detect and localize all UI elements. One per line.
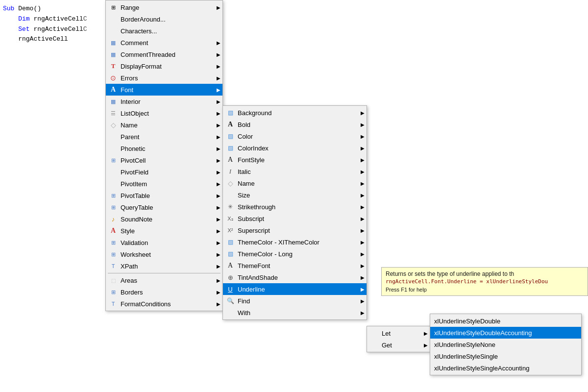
menu-label-soundnote: SoundNote [119, 216, 215, 223]
arrow-icon-df: ▶ [215, 64, 220, 69]
menu2-item-size[interactable]: Size ▶ [223, 189, 367, 201]
menu2-label-fontstyle: FontStyle [236, 156, 359, 164]
menu2-item-background[interactable]: ▧ Background ▶ [223, 107, 367, 119]
menu2-item-tintandshade[interactable]: ⊕ TintAndShade ▶ [223, 271, 367, 283]
menu2-item-italic[interactable]: I Italic ▶ [223, 166, 367, 177]
arrow-icon-ct: ▶ [215, 52, 220, 57]
borders-icon: ⊞ [108, 289, 119, 295]
name-icon: ◇ [108, 121, 119, 129]
menu-label-worksheet: Worksheet [119, 251, 215, 258]
menu-item-name[interactable]: ◇ Name ▶ [106, 119, 222, 131]
arrow2-color: ▶ [359, 134, 365, 139]
menu-label-borderaround: BorderAround... [119, 16, 220, 23]
menu-label-pivotitem: PivotItem [119, 180, 215, 188]
menu2-item-themecolorlong[interactable]: ▧ ThemeColor - Long ▶ [223, 248, 367, 260]
menu-item-errors[interactable]: ⊙ Errors ▶ [106, 72, 222, 84]
arrow-icon-xp: ▶ [215, 264, 220, 269]
querytable-icon: ⊞ [108, 204, 119, 211]
style-icon: A [108, 227, 119, 235]
menu2-item-underline[interactable]: U Underline ▶ [223, 283, 367, 295]
menu-item-listobject[interactable]: ☰ ListObject ▶ [106, 107, 222, 119]
menu2-item-colorindex[interactable]: ▧ ColorIndex ▶ [223, 142, 367, 154]
menu-label-errors: Errors [119, 74, 215, 82]
menu-item-pivottable[interactable]: ⊞ PivotTable ▶ [106, 190, 222, 201]
menu2-label-name: Name [236, 180, 359, 187]
menu4-label-xlsingle: xlUnderlineStyleSingle [432, 353, 579, 360]
italic-icon: I [225, 168, 236, 175]
menu2-label-find: Find [236, 297, 359, 305]
menu4-label-xlsingleaccounting: xlUnderlineStyleSingleAccounting [432, 365, 579, 372]
validation-icon: ⊞ [108, 240, 119, 246]
worksheet-icon: ⊞ [108, 251, 119, 258]
menu-item-commentthreaded[interactable]: ▦ CommentThreaded ▶ [106, 49, 222, 60]
menu2-item-themecolor[interactable]: ▧ ThemeColor - XIThemeColor ▶ [223, 236, 367, 248]
menu4-item-xlnone[interactable]: xlUnderlineStyleNone [430, 339, 581, 350]
menu-item-soundnote[interactable]: ♪ SoundNote ▶ [106, 213, 222, 225]
menu-item-style[interactable]: A Style ▶ [106, 225, 222, 237]
arrow2-with: ▶ [359, 310, 365, 316]
menu-item-pivotcell[interactable]: ⊞ PivotCell ▶ [106, 154, 222, 166]
menu-item-validation[interactable]: ⊞ Validation ▶ [106, 237, 222, 248]
name2-icon: ◇ [225, 179, 236, 187]
menu-item-borders[interactable]: ⊞ Borders ▶ [106, 286, 222, 298]
menu-item-areas[interactable]: ⬚ Areas ▶ [106, 274, 222, 286]
menu-label-querytable: QueryTable [119, 204, 215, 211]
menu4-label-xldouble: xlUnderlineStyleDouble [432, 318, 579, 325]
arrow-icon-qt: ▶ [215, 205, 220, 210]
menu-level2: ▧ Background ▶ A Bold ▶ ▧ Color ▶ ▧ Colo… [222, 105, 367, 320]
menu-item-range[interactable]: ⊞ Range ▶ [106, 1, 222, 13]
menu-item-characters[interactable]: Characters... [106, 25, 222, 37]
menu-item-xpath[interactable]: T XPath ▶ [106, 260, 222, 272]
subscript-icon: X₂ [225, 216, 236, 222]
menu-label-characters: Characters... [119, 27, 220, 35]
arrow2-tas: ▶ [359, 275, 365, 280]
menu-label-style: Style [119, 227, 215, 235]
menu2-label-with: With [236, 309, 359, 317]
menu-item-formatconditions[interactable]: T FormatConditions ▶ [106, 298, 222, 310]
menu-label-phonetic: Phonetic [119, 145, 215, 152]
menu-item-displayformat[interactable]: T DisplayFormat ▶ [106, 60, 222, 72]
menu2-item-strikethrough[interactable]: ✳ Strikethrough ▶ [223, 201, 367, 213]
menu2-label-themefont: ThemeFont [236, 262, 359, 270]
menu3-item-let[interactable]: Let ▶ [367, 327, 430, 339]
menu-item-phonetic[interactable]: Phonetic ▶ [106, 143, 222, 154]
menu4-item-xlsingle[interactable]: xlUnderlineStyleSingle [430, 350, 581, 362]
menu-label-pivotfield: PivotField [119, 169, 215, 176]
menu-label-displayformat: DisplayFormat [119, 63, 215, 70]
menu4-item-xldouble[interactable]: xlUnderlineStyleDouble [430, 315, 581, 327]
pivotcell-icon: ⊞ [108, 157, 119, 164]
menu-item-worksheet[interactable]: ⊞ Worksheet ▶ [106, 248, 222, 260]
menu4-item-xlsingleaccounting[interactable]: xlUnderlineStyleSingleAccounting [430, 362, 581, 374]
menu-item-pivotitem[interactable]: PivotItem ▶ [106, 178, 222, 190]
menu-item-borderaround[interactable]: BorderAround... [106, 13, 222, 25]
menu3-label-get: Get [380, 342, 422, 349]
menu-item-parent[interactable]: Parent ▶ [106, 131, 222, 143]
menu3-item-get[interactable]: Get ▶ [367, 339, 430, 351]
pivottable-icon: ⊞ [108, 193, 119, 199]
menu2-label-bold: Bold [236, 121, 359, 128]
arrow-icon-areas: ▶ [215, 278, 220, 283]
menu2-item-superscript[interactable]: X² Superscript ▶ [223, 224, 367, 236]
menu-label-range: Range [119, 4, 215, 11]
menu2-item-bold[interactable]: A Bold ▶ [223, 119, 367, 130]
menu2-item-subscript[interactable]: X₂ Subscript ▶ [223, 213, 367, 224]
menu2-item-fontstyle[interactable]: A FontStyle ▶ [223, 154, 367, 166]
displayformat-icon: T [108, 62, 119, 70]
menu4-item-xldoubleaccounting[interactable]: xlUnderlineStyleDoubleAccounting [430, 327, 581, 339]
menu-level3: Let ▶ Get ▶ [367, 326, 430, 352]
menu2-item-find[interactable]: 🔍 Find ▶ [223, 295, 367, 307]
tooltip-desc: Returns or sets the type of underline ap… [386, 270, 584, 277]
arrow2-it: ▶ [359, 169, 365, 174]
menu-item-comment[interactable]: ▦ Comment ▶ [106, 37, 222, 49]
menu2-item-name[interactable]: ◇ Name ▶ [223, 177, 367, 189]
menu2-item-color[interactable]: ▧ Color ▶ [223, 130, 367, 142]
menu-item-font[interactable]: A Font ▶ [106, 84, 222, 96]
background-icon: ▧ [225, 109, 236, 116]
menu2-item-with[interactable]: With ▶ [223, 307, 367, 318]
arrow-icon-comment: ▶ [215, 40, 220, 46]
menu-item-pivotfield[interactable]: PivotField ▶ [106, 166, 222, 178]
menu-item-interior[interactable]: ▦ Interior ▶ [106, 96, 222, 107]
menu-item-querytable[interactable]: ⊞ QueryTable ▶ [106, 201, 222, 213]
menu2-item-themefont[interactable]: A ThemeFont ▶ [223, 260, 367, 271]
menu4-label-xlnone: xlUnderlineStyleNone [432, 341, 579, 348]
